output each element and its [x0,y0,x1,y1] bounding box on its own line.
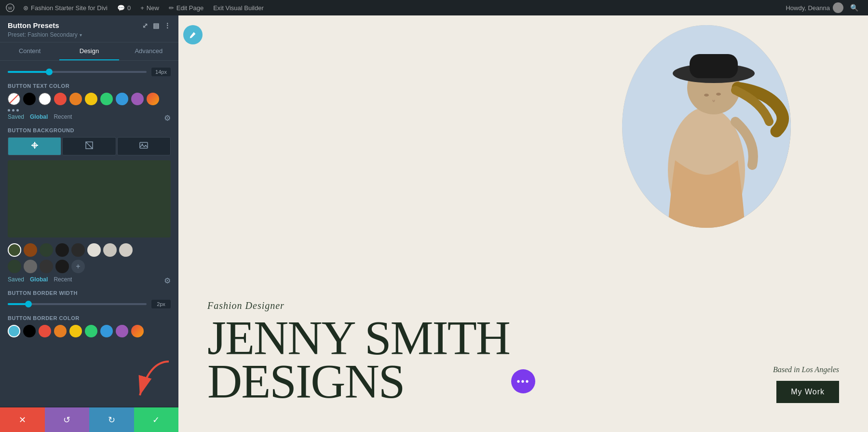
forest-green-swatch[interactable] [40,243,53,257]
confirm-button[interactable]: ✓ [134,407,179,432]
more-colors-dots[interactable] [8,109,171,111]
purple-dots-button[interactable]: ••• [511,369,535,393]
comment-icon: 💬 [117,4,125,12]
comment-count[interactable]: 💬 0 [112,0,136,15]
near-black-swatch[interactable] [55,243,69,257]
my-work-button[interactable]: My Work [776,381,839,403]
border-width-track[interactable] [8,303,147,305]
near-black2-swatch[interactable] [55,260,69,273]
search-icon-bar[interactable]: 🔍 [846,4,862,12]
add-color-btn[interactable]: + [71,260,85,273]
yellow-border-swatch[interactable] [69,325,82,337]
tab-advanced[interactable]: Advanced [119,42,178,60]
panel-preset[interactable]: Preset: Fashion Secondary ▾ [8,31,171,38]
edit-page-button[interactable]: ✏ Edit Page [164,0,208,15]
medium-gray-swatch[interactable] [24,260,37,273]
undo-button[interactable]: ↺ [45,407,90,432]
redo-button[interactable]: ↻ [89,407,134,432]
text-color-actions: Saved Global Recent ⚙ [8,113,171,123]
hero-image-circle [622,25,791,228]
tab-content[interactable]: Content [0,42,59,60]
blue-color-swatch[interactable] [116,93,128,105]
fashion-designer-label: Fashion Designer [207,300,510,311]
panel-title: Button Presets ⤢ ▤ ⋮ [8,21,171,29]
admin-bar: W ⊛ Fashion Starter Site for Divi 💬 0 + … [0,0,868,15]
bg-color-actions: Saved Global Recent ⚙ [8,276,171,285]
tan-swatch[interactable] [119,243,133,257]
button-presets-panel: Button Presets ⤢ ▤ ⋮ Preset: Fashion Sec… [0,15,178,432]
forest-green2-swatch[interactable] [8,260,21,273]
svg-point-13 [704,94,709,97]
recent-action[interactable]: Recent [54,113,72,123]
bg-recent-action[interactable]: Recent [54,276,72,285]
fullscreen-icon[interactable]: ⤢ [142,22,148,29]
bg-settings-gear-icon[interactable]: ⚙ [164,276,171,285]
button-border-width-label: Button Border Width [8,290,171,296]
black-color-swatch[interactable] [23,93,36,105]
gradient-color-swatch[interactable] [147,93,159,105]
settings-gear-icon[interactable]: ⚙ [164,113,171,123]
tab-design[interactable]: Design [59,42,119,60]
panel-title-icons: ⤢ ▤ ⋮ [142,22,171,29]
exit-builder-button[interactable]: Exit Visual Builder [208,0,269,15]
panel-header: Button Presets ⤢ ▤ ⋮ Preset: Fashion Sec… [0,15,178,42]
based-in-text: Based in Los Angeles [773,365,839,374]
dark-green-swatch[interactable] [8,243,21,257]
brown-swatch[interactable] [24,243,37,257]
font-size-track[interactable] [8,71,147,73]
purple-border-swatch[interactable] [116,325,128,337]
svg-line-4 [86,142,93,149]
border-width-value: 2px [151,300,171,308]
svg-rect-12 [690,54,738,78]
bg-type-row [8,137,171,155]
teal-border-swatch[interactable] [8,325,20,337]
button-text-color-label: Button Text Color [8,83,171,89]
image-bg-btn[interactable] [117,137,171,155]
cancel-button[interactable]: ✕ [0,407,45,432]
dark-gray2-swatch[interactable] [40,260,53,273]
site-name[interactable]: ⊛ Fashion Starter Site for Divi [18,0,112,15]
white-color-swatch[interactable] [39,93,51,105]
divi-edit-handle[interactable] [178,15,203,44]
transparent-color-swatch[interactable] [8,93,20,105]
global-action[interactable]: Global [30,113,48,123]
dark-gray-swatch[interactable] [71,243,85,257]
button-background-label: Button Background [8,127,171,133]
red-border-swatch[interactable] [39,325,51,337]
orange-border-swatch[interactable] [54,325,67,337]
red-color-swatch[interactable] [54,93,67,105]
svg-text:W: W [8,6,13,11]
green-color-swatch[interactable] [100,93,113,105]
new-button[interactable]: + New [136,0,164,15]
solid-bg-btn[interactable] [62,137,116,155]
blue-border-swatch[interactable] [100,325,113,337]
medium-beige-swatch[interactable] [103,243,117,257]
green-border-swatch[interactable] [85,325,97,337]
gradient-bg-btn[interactable] [8,137,61,155]
black-border-swatch[interactable] [23,325,36,337]
hero-text: Fashion Designer JENNY SMITH DESIGNS [207,300,510,403]
layout-icon[interactable]: ▤ [153,22,159,29]
light-beige-swatch[interactable] [87,243,101,257]
orange-color-swatch[interactable] [69,93,82,105]
font-size-slider-row: 14px [8,68,171,76]
bg-saved-action[interactable]: Saved [8,276,24,285]
site-icon: ⊛ [23,4,28,12]
fashion-page: Fashion Designer JENNY SMITH DESIGNS Bas… [178,15,868,432]
border-color-palette [8,325,171,337]
panel-content: 14px Button Text Color Saved Global Rece… [0,61,178,407]
hero-section: Fashion Designer JENNY SMITH DESIGNS Bas… [178,15,868,432]
svg-point-14 [716,93,721,96]
background-color-preview[interactable] [8,160,171,237]
user-greeting: Howdy, Deanna 🔍 [786,2,862,13]
bg-global-action[interactable]: Global [30,276,48,285]
button-border-color-label: Button Border Color [8,315,171,321]
more-options-icon[interactable]: ⋮ [164,22,171,29]
avatar [833,2,843,13]
svg-rect-5 [140,142,148,148]
purple-color-swatch[interactable] [131,93,144,105]
gradient-border-swatch[interactable] [131,325,144,337]
wp-logo[interactable]: W [6,3,14,12]
saved-action[interactable]: Saved [8,113,24,123]
yellow-color-swatch[interactable] [85,93,97,105]
